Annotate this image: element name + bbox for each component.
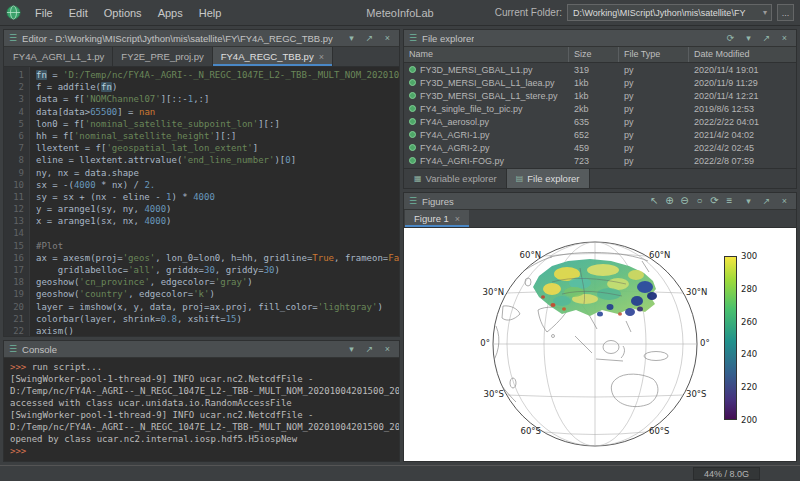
editor-tab[interactable]: FY4A_AGRI_L1_1.py: [5, 47, 113, 66]
console-panel-header: ☰ Console ▾ ↗ ×: [4, 341, 399, 358]
column-header-date-modified[interactable]: Date Modified: [689, 47, 796, 62]
line-number: 6: [4, 130, 24, 142]
float-icon[interactable]: ↗: [760, 34, 773, 43]
table-row[interactable]: FY4A_AGRI-1.py652py2021/4/2 04:02: [404, 128, 796, 141]
chevron-down-icon[interactable]: ▾: [763, 8, 767, 17]
code-line: f = addfile(fn): [36, 81, 399, 93]
menu-item-file[interactable]: File: [27, 4, 61, 22]
figures-panel-menu-icon[interactable]: ☰: [409, 197, 417, 206]
file-explorer-title: File explorer: [422, 33, 474, 44]
file-date-cell: 2020/11/9 11:29: [689, 78, 796, 88]
py-file-icon: [409, 118, 416, 125]
file-explorer-header: ☰ File explorer ⟳ ▾ ↗ ×: [404, 30, 796, 47]
file-explorer-menu-icon[interactable]: ☰: [409, 34, 417, 43]
file-size-cell: 635: [569, 117, 619, 127]
menu-item-apps[interactable]: Apps: [150, 4, 191, 22]
grid-label: 60°N: [507, 250, 541, 260]
float-icon[interactable]: ↗: [363, 345, 376, 354]
line-number: 20: [4, 301, 24, 313]
minimize-icon[interactable]: ▾: [742, 34, 755, 43]
line-number: 18: [4, 276, 24, 288]
tab-close-icon[interactable]: ×: [319, 52, 324, 62]
identify-icon[interactable]: ≡: [722, 196, 737, 206]
file-type-cell: py: [619, 143, 689, 153]
grid-label: 0°: [456, 338, 490, 348]
minimize-icon[interactable]: ▾: [345, 345, 358, 354]
console-panel-menu-icon[interactable]: ☰: [9, 345, 17, 354]
close-icon[interactable]: ×: [778, 34, 791, 43]
file-table: NameSizeFile TypeDate Modified FY3D_MERS…: [404, 47, 796, 168]
app-logo-icon: [6, 5, 21, 20]
minimize-icon[interactable]: ▾: [742, 197, 755, 206]
pointer-icon[interactable]: ↖: [647, 196, 662, 206]
float-icon[interactable]: ↗: [760, 197, 773, 206]
menu-item-options[interactable]: Options: [96, 4, 150, 22]
editor-tab[interactable]: FY2E_PRE_proj.py: [113, 47, 212, 66]
colorbar-tick-label: 260: [741, 317, 757, 327]
console-line: D:/Temp/nc/FY4A-_AGRI--_N_REGC_1047E_L2-…: [10, 421, 393, 433]
minimize-icon[interactable]: ▾: [345, 34, 358, 43]
code-line: sx = -(4000 * nx) / 2.: [36, 179, 399, 191]
current-folder-bar: Current Folder: D:\Working\MIScript\Jyth…: [495, 4, 794, 21]
menu-item-help[interactable]: Help: [191, 4, 230, 22]
figures-panel-header: ☰ Figures ↖⊕⊖○⟳≡ ▾ ↗ ×: [404, 193, 796, 210]
table-row[interactable]: FY3D_MERSI_GBAL_L1.py319py2020/11/4 19:0…: [404, 63, 796, 76]
table-row[interactable]: FY4A_AGRI-FOG.py723py2022/2/8 07:59: [404, 154, 796, 167]
editor-panel-menu-icon[interactable]: ☰: [9, 34, 17, 43]
file-explorer-panel: ☰ File explorer ⟳ ▾ ↗ × NameSizeFile Typ…: [403, 29, 797, 189]
file-type-cell: py: [619, 104, 689, 114]
line-number: 8: [4, 154, 24, 166]
code-line: x = arange1(sx, nx, 4000): [36, 215, 399, 227]
py-file-icon: [409, 157, 416, 164]
full-extent-icon[interactable]: ○: [692, 196, 707, 206]
py-file-icon: [409, 79, 416, 86]
grid-label: 30°N: [686, 287, 707, 297]
close-icon[interactable]: ×: [381, 345, 394, 354]
line-number: 22: [4, 325, 24, 336]
refresh-icon[interactable]: ⟳: [724, 34, 737, 43]
close-icon[interactable]: ×: [778, 197, 791, 206]
file-size-cell: 723: [569, 156, 619, 166]
table-row[interactable]: FY4A_AGRI-2.py459py2022/4/2 02:45: [404, 141, 796, 154]
zoom-in-icon[interactable]: ⊕: [662, 196, 677, 206]
line-number: 11: [4, 191, 24, 203]
close-icon[interactable]: ×: [381, 34, 394, 43]
menu-item-edit[interactable]: Edit: [61, 4, 96, 22]
file-type-cell: py: [619, 130, 689, 140]
file-size-cell: 652: [569, 130, 619, 140]
current-folder-combobox[interactable]: D:\Working\MIScript\Jython\mis\satellite…: [567, 4, 772, 21]
line-number: 3: [4, 93, 24, 105]
tab-close-icon[interactable]: ×: [455, 214, 460, 224]
table-row[interactable]: FY4_single_file_to_pic.py2kbpy2019/8/6 1…: [404, 102, 796, 115]
column-header-name[interactable]: Name: [404, 47, 569, 62]
table-row[interactable]: FY3D_MERSI_GBAL_L1_laea.py1kbpy2020/11/9…: [404, 76, 796, 89]
zoom-out-icon[interactable]: ⊖: [677, 196, 692, 206]
code-line: llextent = f['geospatial_lat_lon_extent'…: [36, 142, 399, 154]
tab-variable-explorer[interactable]: ▦Variable explorer: [405, 169, 507, 188]
file-type-cell: py: [619, 91, 689, 101]
console-line: accessed with class ucar.unidata.io.Rand…: [10, 397, 393, 409]
editor-code-lines[interactable]: fn = 'D:/Temp/nc/FY4A-_AGRI--_N_REGC_104…: [30, 67, 399, 336]
line-number: 2: [4, 81, 24, 93]
file-date-cell: 2019/8/6 12:53: [689, 104, 796, 114]
float-icon[interactable]: ↗: [363, 34, 376, 43]
browse-folder-button[interactable]: ...: [777, 4, 794, 21]
figure-tab[interactable]: Figure 1 ×: [405, 210, 469, 227]
code-editor[interactable]: 12345678910111213141516171819202122 fn =…: [4, 67, 399, 336]
code-line: axism(): [36, 325, 399, 336]
editor-tab[interactable]: FY4A_REGC_TBB.py×: [213, 47, 333, 66]
tab-file-explorer[interactable]: ▤File explorer: [507, 169, 590, 188]
column-header-file-type[interactable]: File Type: [619, 47, 689, 62]
file-name-cell: FY3D_MERSI_GBAL_L1_stere.py: [404, 91, 569, 101]
console-line: D:/Temp/nc/FY4A-_AGRI--_N_REGC_1047E_L2-…: [10, 385, 393, 397]
figure-canvas[interactable]: 60°N60°N30°N30°N0°0°30°S30°S60°S60°S3002…: [404, 228, 796, 461]
column-header-size[interactable]: Size: [569, 47, 619, 62]
code-line: data[data>65500] = nan: [36, 106, 399, 118]
rotate-icon[interactable]: ⟳: [707, 196, 722, 206]
code-line: eline = llextent.attrvalue('end_line_num…: [36, 154, 399, 166]
table-row[interactable]: FY4A_aerosol.py635py2022/2/22 04:01: [404, 115, 796, 128]
editor-tab-label: FY4A_AGRI_L1_1.py: [13, 51, 104, 62]
table-row[interactable]: FY3D_MERSI_GBAL_L1_stere.py1kbpy2020/11/…: [404, 89, 796, 102]
console-output[interactable]: >>> run script...[SwingWorker-pool-1-thr…: [4, 358, 399, 461]
file-size-cell: 319: [569, 65, 619, 75]
